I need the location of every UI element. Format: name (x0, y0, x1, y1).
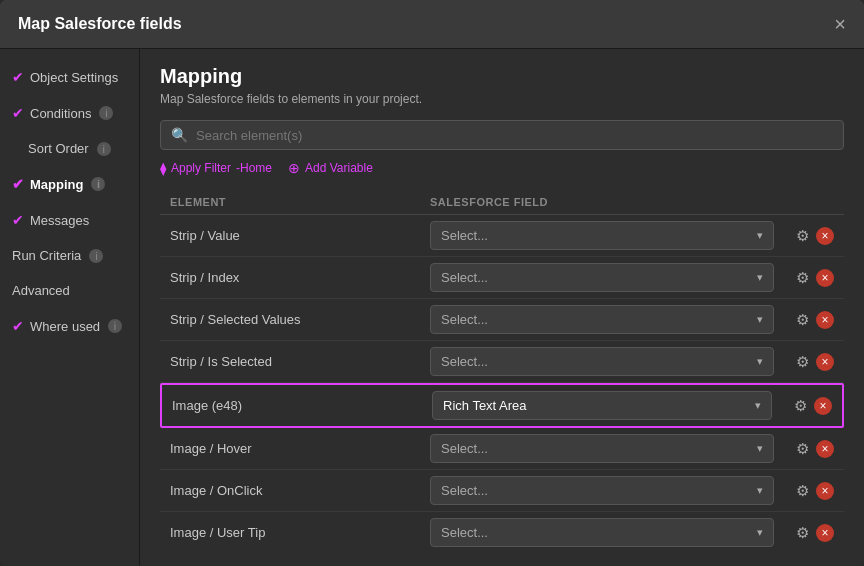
cell-salesforce-field: Select...▾ (430, 347, 774, 376)
cell-element: Strip / Value (170, 228, 430, 243)
chevron-down-icon: ▾ (757, 442, 763, 455)
chevron-down-icon: ▾ (755, 399, 761, 412)
select-dropdown[interactable]: Rich Text Area▾ (432, 391, 772, 420)
modal-header: Map Salesforce fields × (0, 0, 864, 49)
table-row: Image / HoverSelect...▾⚙× (160, 428, 844, 470)
remove-button[interactable]: × (816, 482, 834, 500)
chevron-down-icon: ▾ (757, 484, 763, 497)
select-dropdown[interactable]: Select...▾ (430, 263, 774, 292)
settings-button[interactable]: ⚙ (793, 224, 812, 248)
cell-salesforce-field: Select...▾ (430, 305, 774, 334)
sidebar-item-conditions[interactable]: ✔Conditionsi (0, 95, 139, 131)
close-button[interactable]: × (834, 14, 846, 34)
toolbar: ⧫ Apply Filter -Home ⊕ Add Variable (160, 160, 844, 176)
select-dropdown[interactable]: Select...▾ (430, 305, 774, 334)
cell-salesforce-field: Select...▾ (430, 263, 774, 292)
check-icon: ✔ (12, 318, 24, 334)
select-value: Select... (441, 525, 488, 540)
sidebar-item-label: Advanced (12, 283, 70, 298)
row-actions: ⚙× (774, 224, 834, 248)
cell-salesforce-field: Rich Text Area▾ (432, 391, 772, 420)
remove-button[interactable]: × (816, 269, 834, 287)
cell-salesforce-field: Select...▾ (430, 518, 774, 547)
select-value: Select... (441, 312, 488, 327)
search-icon: 🔍 (171, 127, 188, 143)
check-icon: ✔ (12, 105, 24, 121)
apply-filter-button[interactable]: ⧫ Apply Filter -Home (160, 161, 272, 176)
sidebar-item-messages[interactable]: ✔Messages (0, 202, 139, 238)
select-dropdown[interactable]: Select...▾ (430, 434, 774, 463)
select-value: Select... (441, 354, 488, 369)
row-actions: ⚙× (774, 350, 834, 374)
cell-salesforce-field: Select...▾ (430, 221, 774, 250)
filter-label: Apply Filter (171, 161, 231, 175)
info-icon: i (91, 177, 105, 191)
sidebar-item-run-criteria[interactable]: Run Criteriai (0, 238, 139, 273)
cell-salesforce-field: Select...▾ (430, 476, 774, 505)
sidebar: ✔Object Settings✔ConditionsiSort Orderi✔… (0, 49, 140, 566)
info-icon: i (97, 142, 111, 156)
row-actions: ⚙× (774, 521, 834, 545)
remove-button[interactable]: × (816, 440, 834, 458)
table-container: ELEMENT SALESFORCE FIELD Strip / ValueSe… (160, 190, 844, 550)
settings-button[interactable]: ⚙ (791, 394, 810, 418)
chevron-down-icon: ▾ (757, 355, 763, 368)
remove-button[interactable]: × (816, 524, 834, 542)
sidebar-item-label: Run Criteria (12, 248, 81, 263)
row-actions: ⚙× (774, 308, 834, 332)
col-salesforce-field: SALESFORCE FIELD (430, 196, 774, 208)
chevron-down-icon: ▾ (757, 271, 763, 284)
select-value: Select... (441, 483, 488, 498)
cell-element: Strip / Index (170, 270, 430, 285)
sidebar-item-object-settings[interactable]: ✔Object Settings (0, 59, 139, 95)
modal-body: ✔Object Settings✔ConditionsiSort Orderi✔… (0, 49, 864, 566)
sidebar-item-label: Mapping (30, 177, 83, 192)
row-actions: ⚙× (772, 394, 832, 418)
sidebar-item-mapping[interactable]: ✔Mappingi (0, 166, 139, 202)
cell-element: Image / Hover (170, 441, 430, 456)
cell-element: Image / OnClick (170, 483, 430, 498)
add-variable-button[interactable]: ⊕ Add Variable (288, 160, 373, 176)
modal-title: Map Salesforce fields (18, 15, 182, 33)
main-content: Mapping Map Salesforce fields to element… (140, 49, 864, 566)
sidebar-item-label: Sort Order (28, 141, 89, 156)
remove-button[interactable]: × (816, 311, 834, 329)
remove-button[interactable]: × (816, 227, 834, 245)
table-row: Strip / Selected ValuesSelect...▾⚙× (160, 299, 844, 341)
select-dropdown[interactable]: Select...▾ (430, 347, 774, 376)
select-dropdown[interactable]: Select...▾ (430, 518, 774, 547)
remove-button[interactable]: × (816, 353, 834, 371)
settings-button[interactable]: ⚙ (793, 308, 812, 332)
sidebar-item-sort-order[interactable]: Sort Orderi (0, 131, 139, 166)
select-value: Select... (441, 270, 488, 285)
col-element: ELEMENT (170, 196, 430, 208)
select-value: Select... (441, 228, 488, 243)
chevron-down-icon: ▾ (757, 313, 763, 326)
sidebar-item-label: Object Settings (30, 70, 118, 85)
settings-button[interactable]: ⚙ (793, 479, 812, 503)
info-icon: i (89, 249, 103, 263)
search-input[interactable] (196, 128, 833, 143)
table-row: Image (e48)Rich Text Area▾⚙× (160, 383, 844, 428)
settings-button[interactable]: ⚙ (793, 521, 812, 545)
select-dropdown[interactable]: Select...▾ (430, 476, 774, 505)
check-icon: ✔ (12, 212, 24, 228)
settings-button[interactable]: ⚙ (793, 350, 812, 374)
page-title: Mapping (160, 65, 844, 88)
select-dropdown[interactable]: Select...▾ (430, 221, 774, 250)
info-icon: i (99, 106, 113, 120)
sidebar-item-advanced[interactable]: Advanced (0, 273, 139, 308)
cell-element: Strip / Is Selected (170, 354, 430, 369)
settings-button[interactable]: ⚙ (793, 266, 812, 290)
modal: Map Salesforce fields × ✔Object Settings… (0, 0, 864, 566)
filter-suffix: -Home (236, 161, 272, 175)
remove-button[interactable]: × (814, 397, 832, 415)
add-variable-label: Add Variable (305, 161, 373, 175)
sidebar-item-label: Where used (30, 319, 100, 334)
info-icon: i (108, 319, 122, 333)
cell-element: Strip / Selected Values (170, 312, 430, 327)
settings-button[interactable]: ⚙ (793, 437, 812, 461)
cell-element: Image (e48) (172, 398, 432, 413)
row-actions: ⚙× (774, 437, 834, 461)
sidebar-item-where-used[interactable]: ✔Where usedi (0, 308, 139, 344)
